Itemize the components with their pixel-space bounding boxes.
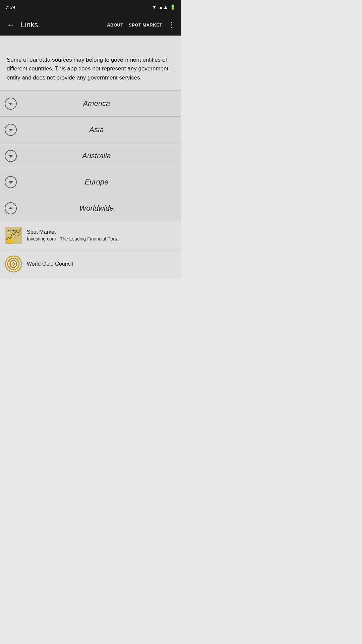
link-spot-market[interactable]: Gold Price Spot Market Investing.com - T… bbox=[0, 221, 181, 250]
gold-chart-svg: Gold Price bbox=[5, 227, 22, 244]
chevron-circle-america bbox=[5, 98, 17, 110]
spot-market-subtitle: Investing.com - The Leading Financial Po… bbox=[27, 236, 120, 243]
main-content: Some of our data sources may belong to g… bbox=[0, 36, 181, 278]
region-asia[interactable]: Asia bbox=[0, 117, 181, 143]
chevron-down-icon bbox=[8, 181, 13, 184]
status-bar: 7:59 ▼ ▲▲ 🔋 bbox=[0, 0, 181, 14]
overflow-menu-button[interactable]: ⋮ bbox=[166, 19, 177, 31]
wgc-icon bbox=[5, 255, 22, 273]
spot-market-title: Spot Market bbox=[27, 228, 120, 236]
svg-point-7 bbox=[8, 258, 19, 270]
back-button[interactable]: ← bbox=[4, 17, 17, 32]
link-world-gold-council[interactable]: World Gold Council bbox=[0, 250, 181, 278]
region-australia[interactable]: Australia bbox=[0, 143, 181, 169]
intro-text: Some of our data sources may belong to g… bbox=[7, 56, 174, 82]
region-list: America Asia Australia Europe Worldwide bbox=[0, 90, 181, 221]
wgc-link-text: World Gold Council bbox=[27, 260, 73, 268]
spot-market-link-text: Spot Market Investing.com - The Leading … bbox=[27, 228, 120, 243]
chevron-down-icon bbox=[8, 155, 13, 158]
wgc-icon-container bbox=[5, 255, 22, 273]
svg-point-8 bbox=[10, 261, 17, 267]
status-time: 7:59 bbox=[5, 4, 15, 10]
region-europe-label: Europe bbox=[17, 178, 176, 186]
app-bar-menu: ABOUT SPOT MARKET bbox=[107, 22, 162, 28]
links-section: Gold Price Spot Market Investing.com - T… bbox=[0, 221, 181, 278]
battery-icon: 🔋 bbox=[170, 4, 176, 10]
status-icons: ▼ ▲▲ 🔋 bbox=[152, 4, 176, 10]
gold-chart-icon: Gold Price bbox=[5, 227, 22, 244]
signal-icon: ▲▲ bbox=[159, 4, 168, 10]
region-australia-label: Australia bbox=[17, 152, 176, 160]
region-europe[interactable]: Europe bbox=[0, 169, 181, 195]
page-title: Links bbox=[21, 20, 104, 29]
region-america-label: America bbox=[17, 99, 176, 108]
svg-point-4 bbox=[7, 239, 13, 243]
region-america[interactable]: America bbox=[0, 91, 181, 117]
wifi-icon: ▼ bbox=[152, 4, 157, 10]
chevron-down-icon bbox=[8, 103, 13, 105]
chevron-down-icon bbox=[8, 129, 13, 131]
chevron-up-icon bbox=[8, 207, 13, 209]
svg-point-9 bbox=[12, 263, 15, 265]
wgc-title: World Gold Council bbox=[27, 260, 73, 268]
region-asia-label: Asia bbox=[17, 125, 176, 134]
chevron-circle-worldwide bbox=[5, 202, 17, 214]
intro-section: Some of our data sources may belong to g… bbox=[0, 36, 181, 90]
app-bar: ← Links ABOUT SPOT MARKET ⋮ bbox=[0, 14, 181, 36]
svg-text:Gold Price: Gold Price bbox=[6, 229, 17, 232]
spot-market-icon: Gold Price bbox=[5, 227, 22, 244]
chevron-circle-australia bbox=[5, 150, 17, 162]
spot-market-menu-item[interactable]: SPOT MARKET bbox=[129, 22, 162, 28]
region-worldwide-label: Worldwide bbox=[17, 204, 176, 213]
about-menu-item[interactable]: ABOUT bbox=[107, 22, 123, 28]
chevron-circle-asia bbox=[5, 124, 17, 136]
chevron-circle-europe bbox=[5, 176, 17, 188]
wgc-svg bbox=[5, 255, 22, 273]
region-worldwide[interactable]: Worldwide bbox=[0, 195, 181, 221]
